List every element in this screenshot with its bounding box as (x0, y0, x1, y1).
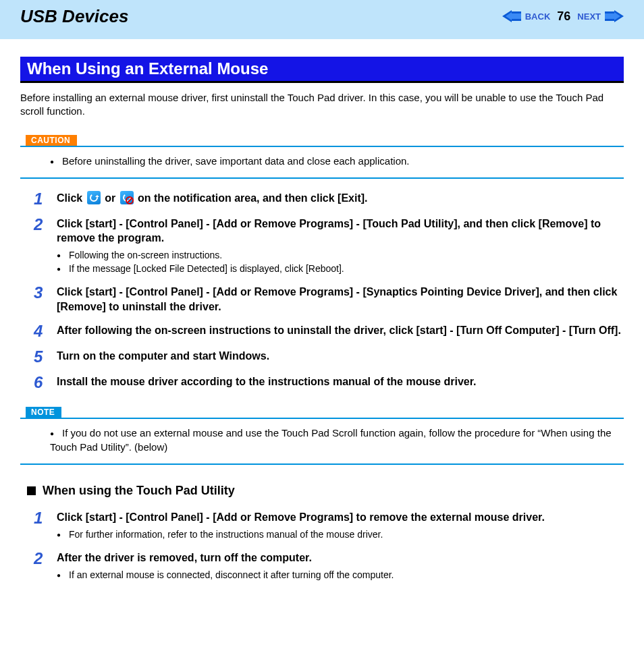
step-5: 5 Turn on the computer and start Windows… (20, 349, 624, 365)
page-title: USB Devices (20, 6, 128, 27)
sub-step-2: 2 After the driver is removed, turn off … (20, 551, 624, 582)
step-number: 5 (20, 349, 57, 365)
section-intro: Before installing an external mouse driv… (20, 91, 624, 119)
step-text: Turn on the computer and start Windows. (57, 349, 624, 364)
caution-content: Before uninstalling the driver, save imp… (20, 147, 624, 179)
step-text: After the driver is removed, turn off th… (57, 551, 624, 565)
note-badge: NOTE (26, 407, 61, 418)
step-1: 1 Click or on the notification area, and… (20, 191, 624, 207)
step-text-pre: Click (57, 192, 86, 204)
note-item: If you do not use an external mouse and … (50, 426, 612, 454)
next-link[interactable]: NEXT (577, 11, 601, 22)
step-text-mid: or (105, 192, 118, 204)
touchpad-tray-icon (87, 191, 101, 204)
header-band: USB Devices BACK 76 NEXT (0, 0, 644, 39)
step-number: 2 (20, 551, 57, 567)
section-banner: When Using an External Mouse (20, 57, 624, 83)
arrow-left-icon[interactable] (502, 10, 521, 22)
step-text-post: on the notification area, and then click… (138, 192, 368, 204)
page-nav: BACK 76 NEXT (502, 9, 624, 24)
step-text: Click [start] - [Control Panel] - [Add o… (57, 217, 624, 246)
step-6: 6 Install the mouse driver according to … (20, 374, 624, 391)
step-3: 3 Click [start] - [Control Panel] - [Add… (20, 285, 624, 314)
step-4: 4 After following the on-screen instruct… (20, 323, 624, 339)
arrow-right-icon[interactable] (605, 10, 624, 22)
step-bullet: If the message [Locked File Detected] is… (57, 262, 624, 275)
page-number: 76 (557, 9, 570, 24)
caution-header: CAUTION (20, 134, 624, 147)
square-bullet-icon (27, 486, 36, 495)
note-header: NOTE (20, 405, 624, 419)
step-number: 6 (20, 374, 57, 391)
sub-heading-text: When using the Touch Pad Utility (43, 484, 235, 498)
caution-badge: CAUTION (26, 135, 77, 146)
back-link[interactable]: BACK (525, 11, 551, 22)
sub-step-1: 1 Click [start] - [Control Panel] - [Add… (20, 510, 624, 541)
step-text: Click [start] - [Control Panel] - [Add o… (57, 285, 624, 314)
step-text: After following the on-screen instructio… (57, 323, 624, 338)
content-area: When Using an External Mouse Before inst… (0, 57, 644, 618)
step-number: 2 (20, 217, 57, 233)
svg-marker-5 (95, 195, 99, 197)
sub-steps: 1 Click [start] - [Control Panel] - [Add… (20, 510, 624, 582)
step-text: Install the mouse driver according to th… (57, 374, 624, 389)
step-bullet: Following the on-screen instructions. (57, 248, 624, 262)
sub-heading: When using the Touch Pad Utility (27, 484, 624, 498)
step-number: 1 (20, 510, 57, 526)
svg-point-4 (90, 194, 97, 201)
step-bullet: For further information, refer to the in… (57, 528, 624, 541)
touchpad-tray-disabled-icon (120, 191, 134, 204)
step-number: 3 (20, 285, 57, 301)
step-bullet: If an external mouse is connected, disco… (57, 568, 624, 582)
step-text: Click [start] - [Control Panel] - [Add o… (57, 510, 624, 525)
main-steps: 1 Click or on the notification area, and… (20, 191, 624, 391)
step-number: 1 (20, 191, 57, 207)
note-content: If you do not use an external mouse and … (20, 419, 624, 465)
caution-item: Before uninstalling the driver, save imp… (50, 154, 612, 168)
step-text: Click or on the notification area, and t… (57, 191, 624, 206)
step-2: 2 Click [start] - [Control Panel] - [Add… (20, 217, 624, 276)
step-number: 4 (20, 323, 57, 339)
